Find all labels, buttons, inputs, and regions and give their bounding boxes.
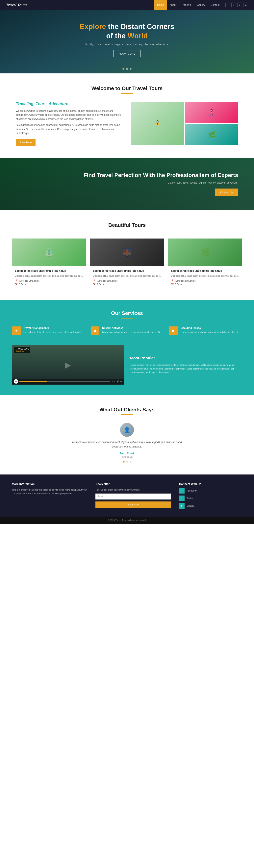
pin-icon-3: 📍 <box>171 279 174 282</box>
services-grid: ✈ Travel Arrangements Lorem ipsum dolor … <box>12 327 242 335</box>
service-title-3: Beautiful Places <box>181 327 238 330</box>
tour-card-3: 🌿 Sed ut perspiciatis unde omnis iste na… <box>168 238 242 288</box>
nav-link-pages[interactable]: Pages ▾ <box>179 0 194 10</box>
hero-title-highlight: Explore <box>80 23 106 31</box>
testimonial-quote: Nam libero tempore, cum soluta nobis est… <box>67 440 187 449</box>
nav-item-about[interactable]: About <box>167 0 179 10</box>
tour-card-2: 🌉 Sed ut perspiciatis unde omnis iste na… <box>90 238 164 288</box>
welcome-left: Traveling, Tours, Adventure. We are comm… <box>16 102 123 146</box>
social-link-facebook[interactable]: f Facebook <box>179 488 242 494</box>
footer-connect-title: Connect With Us <box>179 483 242 486</box>
social-link-dribble[interactable]: d Dribble <box>179 503 242 508</box>
video-tag-text: Chris Green <box>15 350 29 352</box>
hero-dots <box>122 68 132 70</box>
service-desc-2: Lorem ipsum dolor sit amet, consectetur … <box>102 331 160 334</box>
services-title: Our Services <box>12 310 242 316</box>
social-link-twitter[interactable]: t Twitter <box>179 496 242 501</box>
tour-desc-2: Dignissim elit at ligula lorem iaculis,s… <box>93 274 161 278</box>
welcome-paragraph-1: We are committed to offering travel serv… <box>16 109 123 121</box>
pin-icon-2: 📍 <box>93 279 96 282</box>
welcome-image-1: 🧍‍♀️ <box>131 102 184 145</box>
footer-info-title: More Information <box>12 483 88 486</box>
welcome-image-3: 🌿 <box>185 124 238 145</box>
nav-item-home[interactable]: Home <box>154 0 167 10</box>
settings-icon[interactable]: ⚙ <box>120 380 122 382</box>
tour-image-2: 🌉 <box>90 239 164 266</box>
hero-dot-3[interactable] <box>130 68 132 70</box>
welcome-paragraph-2: Lorem ipsum dolor sit amet, consectetur … <box>16 123 123 135</box>
cal-icon-1: 📅 <box>15 283 18 285</box>
testimonial-section: What Out Clients Says 👤 Nam libero tempo… <box>0 395 254 474</box>
testimonial-title: What Out Clients Says <box>16 407 238 413</box>
tour-card-1: ⛲ Sed ut perspiciatis unde omnis iste na… <box>12 238 86 288</box>
testimonial-dot-1[interactable] <box>123 461 125 463</box>
play-button[interactable]: ▶ <box>14 379 18 383</box>
testimonial-avatar: 👤 <box>120 423 134 437</box>
service-text-2: Special Activities Lorem ipsum dolor sit… <box>102 327 160 334</box>
gplus-nav-icon[interactable]: g <box>237 3 242 7</box>
popular-title: Most Popular <box>130 356 242 361</box>
service-desc-3: Lorem ipsum dolor sit amet, consectetur … <box>181 331 238 334</box>
pin-icon-1: 📍 <box>15 279 18 282</box>
tour-body-1: Sed ut perspiciatis unde omnis iste natu… <box>12 266 86 288</box>
read-more-button[interactable]: Read More <box>16 139 35 146</box>
footer-newsletter-title: Newsletter <box>95 483 171 486</box>
tour-title-3: Sed ut perspiciatis unde omnis iste natu… <box>171 269 239 273</box>
footer-info-text: This is a great you can use this space t… <box>12 488 88 495</box>
testimonial-underline <box>121 414 133 415</box>
nav-item-pages[interactable]: Pages ▾ <box>179 0 194 10</box>
places-icon: ▶ <box>169 327 178 335</box>
progress-bar-fill <box>20 381 46 382</box>
hero-dot-1[interactable] <box>122 68 124 70</box>
nav-item-gallery[interactable]: Gallery <box>194 0 208 10</box>
popular-section: ▶ TRAVEL LOVE Chris Green ▶ 04:51 🔊 ⚙ Mo… <box>0 345 254 395</box>
email-input[interactable] <box>95 494 171 499</box>
tours-underline <box>121 230 133 230</box>
know-more-button[interactable]: Know More <box>114 50 140 57</box>
facebook-nav-icon[interactable]: f <box>225 3 230 7</box>
cal-icon-3: 📅 <box>171 283 174 285</box>
tour-title-2: Sed ut perspiciatis unde omnis iste natu… <box>93 269 161 273</box>
welcome-underline <box>121 93 133 94</box>
nav-item-contact[interactable]: Contact <box>208 0 222 10</box>
footer-bottom: © 2024 Travel Tours. All rights reserved… <box>0 517 254 524</box>
facebook-label: Facebook <box>187 489 197 492</box>
hero-subtitle: Go, fly, roam, travel, voyage, explore, … <box>80 43 174 46</box>
tour-meta-3: 📍laoret sed urna purus 📅6 Days <box>171 279 239 285</box>
nav-link-gallery[interactable]: Gallery <box>194 0 208 10</box>
tour-location-1: 📍laoret sed urna purus <box>15 279 83 282</box>
volume-icon[interactable]: 🔊 <box>117 380 119 382</box>
tour-desc-1: Dignissim elit at ligula lorem iaculis,s… <box>15 274 83 278</box>
tours-title: Beautiful Tours <box>12 222 242 228</box>
social-nav-icons: f t g in <box>225 3 248 7</box>
progress-bar[interactable] <box>20 381 110 382</box>
footer: More Information This is a great you can… <box>0 474 254 517</box>
tour-desc-3: Dignissim elit at ligula lorem iaculis,s… <box>171 274 239 278</box>
subscribe-button[interactable]: Subscribe <box>95 501 171 508</box>
cal-icon-2: 📅 <box>93 283 96 285</box>
service-desc-1: Lorem ipsum dolor sit amet, consectetur … <box>24 331 81 334</box>
travel-icon: ✈ <box>12 327 21 335</box>
twitter-nav-icon[interactable]: t <box>231 3 236 7</box>
testimonial-dot-2[interactable] <box>126 461 128 463</box>
tour-meta-1: 📍laoret sed urna purus 📅3 Days <box>15 279 83 285</box>
video-time: 04:51 <box>111 380 116 382</box>
welcome-title: Welcome to Our Travel Tours <box>16 85 238 91</box>
video-box: ▶ TRAVEL LOVE Chris Green ▶ 04:51 🔊 ⚙ <box>12 345 124 385</box>
nav-link-home[interactable]: Home <box>154 0 167 10</box>
linkedin-nav-icon[interactable]: in <box>243 3 248 7</box>
nav-link-about[interactable]: About <box>167 0 179 10</box>
contact-us-button[interactable]: Contact Us <box>215 188 238 196</box>
tour-duration-3: 📅6 Days <box>171 283 239 285</box>
banner-title: Find Travel Perfection With the Professi… <box>16 172 238 179</box>
twitter-label: Twitter <box>187 497 193 500</box>
video-play-icon: ▶ <box>65 361 71 370</box>
banner-subtitle: Go, fly, roam, travel, voyage, explore, … <box>16 181 238 184</box>
testimonial-dot-3[interactable] <box>130 461 131 463</box>
nav-link-contact[interactable]: Contact <box>208 0 222 10</box>
tour-image-3: 🌿 <box>168 239 242 266</box>
tour-duration-1: 📅3 Days <box>15 283 83 285</box>
testimonial-name: John Frank <box>16 452 238 455</box>
hero-dot-2[interactable] <box>126 68 128 70</box>
popular-grid: ▶ TRAVEL LOVE Chris Green ▶ 04:51 🔊 ⚙ Mo… <box>12 345 242 385</box>
